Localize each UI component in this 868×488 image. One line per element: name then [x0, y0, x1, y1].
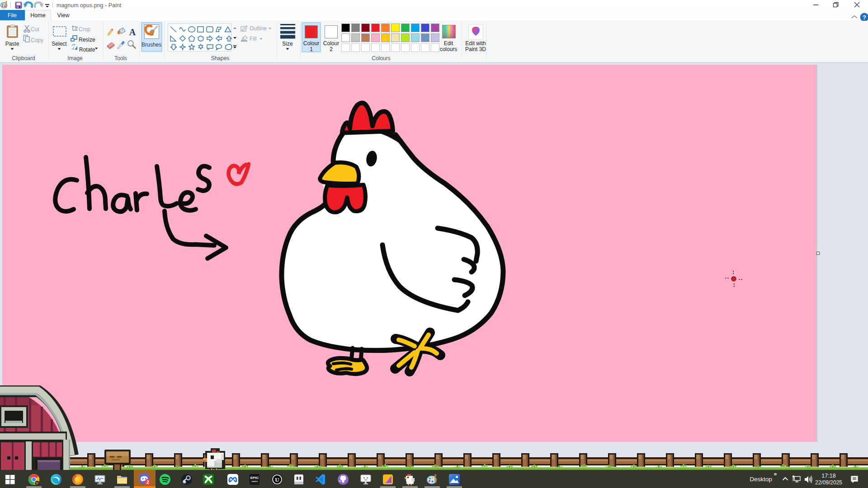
svg-text:»: » — [774, 471, 777, 477]
svg-text:U: U — [275, 476, 279, 483]
svg-text:2: 2 — [146, 479, 149, 485]
svg-text:Desktop: Desktop — [750, 476, 772, 483]
svg-text:17:18: 17:18 — [821, 473, 835, 479]
svg-text:22/09/2025: 22/09/2025 — [815, 479, 842, 486]
svg-text:EPIC: EPIC — [250, 476, 259, 480]
svg-text:GAMES: GAMES — [251, 480, 258, 483]
